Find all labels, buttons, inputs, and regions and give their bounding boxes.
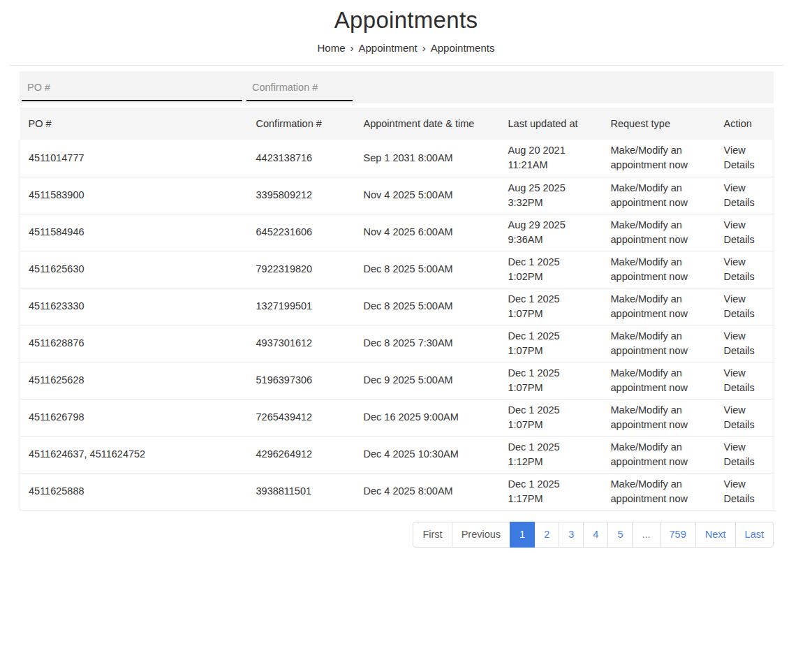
table-row: 45116233301327199501Dec 8 2025 5:00AMDec… bbox=[20, 288, 774, 325]
cell-action: View Details bbox=[716, 325, 774, 362]
cell-request-type: Make/Modify an appointment now bbox=[603, 362, 716, 399]
view-details-link[interactable]: View Details bbox=[724, 441, 755, 467]
cell-confirmation: 5196397306 bbox=[248, 362, 355, 399]
table-row: 45116256285196397306Dec 9 2025 5:00AMDec… bbox=[20, 362, 774, 399]
cell-action: View Details bbox=[716, 214, 774, 251]
view-details-link[interactable]: View Details bbox=[724, 182, 755, 208]
pagination-previous[interactable]: Previous bbox=[452, 522, 510, 548]
cell-last-updated: Dec 1 2025 1:07PM bbox=[500, 399, 603, 436]
cell-last-updated: Dec 1 2025 1:07PM bbox=[500, 325, 603, 362]
cell-action: View Details bbox=[716, 473, 774, 510]
breadcrumb-appointment[interactable]: Appointment bbox=[359, 42, 418, 54]
cell-request-type: Make/Modify an appointment now bbox=[603, 214, 716, 251]
table-header-row: PO # Confirmation # Appointment date & t… bbox=[20, 108, 774, 140]
table-row: 45116267987265439412Dec 16 2025 9:00AMDe… bbox=[20, 399, 774, 436]
pagination-page-3[interactable]: 3 bbox=[559, 522, 584, 548]
cell-confirmation: 3395809212 bbox=[248, 177, 355, 214]
cell-confirmation: 7265439412 bbox=[248, 399, 355, 436]
appointments-table: PO # Confirmation # Appointment date & t… bbox=[20, 108, 774, 511]
breadcrumb-home[interactable]: Home bbox=[318, 42, 346, 54]
pagination-first[interactable]: First bbox=[413, 522, 452, 548]
table-row: 45110147774423138716Sep 1 2031 8:00AMAug… bbox=[20, 140, 774, 177]
view-details-link[interactable]: View Details bbox=[724, 256, 755, 282]
cell-po: 4511584946 bbox=[20, 214, 248, 251]
cell-action: View Details bbox=[716, 288, 774, 325]
po-filter-input[interactable] bbox=[22, 75, 242, 101]
cell-request-type: Make/Modify an appointment now bbox=[603, 399, 716, 436]
view-details-link[interactable]: View Details bbox=[724, 330, 755, 356]
cell-last-updated: Dec 1 2025 1:02PM bbox=[500, 251, 603, 288]
cell-po: 4511623330 bbox=[20, 288, 248, 325]
cell-request-type: Make/Modify an appointment now bbox=[603, 140, 716, 177]
table-row: 45115839003395809212Nov 4 2025 5:00AMAug… bbox=[20, 177, 774, 214]
cell-appointment-datetime: Dec 9 2025 5:00AM bbox=[355, 362, 500, 399]
cell-last-updated: Aug 20 2021 11:21AM bbox=[500, 140, 603, 177]
cell-request-type: Make/Modify an appointment now bbox=[603, 288, 716, 325]
cell-request-type: Make/Modify an appointment now bbox=[603, 436, 716, 473]
cell-confirmation: 4296264912 bbox=[248, 436, 355, 473]
column-header-confirmation: Confirmation # bbox=[248, 108, 355, 140]
cell-confirmation: 1327199501 bbox=[248, 288, 355, 325]
cell-request-type: Make/Modify an appointment now bbox=[603, 177, 716, 214]
pagination-page-5[interactable]: 5 bbox=[607, 522, 633, 548]
main-container: PO # Confirmation # Appointment date & t… bbox=[9, 65, 784, 666]
cell-appointment-datetime: Nov 4 2025 5:00AM bbox=[355, 177, 500, 214]
view-details-link[interactable]: View Details bbox=[724, 367, 755, 393]
cell-po: 4511624637, 4511624752 bbox=[20, 436, 248, 473]
appointments-table-body: 45110147774423138716Sep 1 2031 8:00AMAug… bbox=[20, 140, 774, 510]
pagination-last[interactable]: Last bbox=[735, 522, 774, 548]
pagination-container: FirstPrevious12345...759NextLast bbox=[20, 522, 774, 666]
cell-appointment-datetime: Dec 4 2025 8:00AM bbox=[355, 473, 500, 510]
cell-po: 4511014777 bbox=[20, 140, 248, 177]
cell-confirmation: 7922319820 bbox=[248, 251, 355, 288]
cell-last-updated: Aug 29 2025 9:36AM bbox=[500, 214, 603, 251]
pagination-page-759[interactable]: 759 bbox=[660, 522, 696, 548]
cell-po: 4511625888 bbox=[20, 473, 248, 510]
cell-appointment-datetime: Dec 8 2025 7:30AM bbox=[355, 325, 500, 362]
view-details-link[interactable]: View Details bbox=[724, 478, 755, 504]
cell-last-updated: Dec 1 2025 1:12PM bbox=[500, 436, 603, 473]
cell-appointment-datetime: Sep 1 2031 8:00AM bbox=[355, 140, 500, 177]
cell-action: View Details bbox=[716, 251, 774, 288]
table-header: PO # Confirmation # Appointment date & t… bbox=[20, 108, 774, 140]
column-header-last-updated: Last updated at bbox=[500, 108, 603, 140]
pagination: FirstPrevious12345...759NextLast bbox=[413, 522, 774, 548]
table-row: 45116256307922319820Dec 8 2025 5:00AMDec… bbox=[20, 251, 774, 288]
cell-appointment-datetime: Dec 4 2025 10:30AM bbox=[355, 436, 500, 473]
cell-last-updated: Dec 1 2025 1:17PM bbox=[500, 473, 603, 510]
pagination-page-1[interactable]: 1 bbox=[510, 522, 535, 548]
cell-confirmation: 6452231606 bbox=[248, 214, 355, 251]
column-header-po: PO # bbox=[20, 108, 248, 140]
cell-appointment-datetime: Dec 16 2025 9:00AM bbox=[355, 399, 500, 436]
cell-confirmation: 3938811501 bbox=[248, 473, 355, 510]
breadcrumb-separator: › bbox=[422, 42, 426, 54]
cell-last-updated: Aug 25 2025 3:32PM bbox=[500, 177, 603, 214]
cell-action: View Details bbox=[716, 399, 774, 436]
pagination-page-2[interactable]: 2 bbox=[534, 522, 559, 548]
view-details-link[interactable]: View Details bbox=[724, 293, 755, 319]
cell-po: 4511583900 bbox=[20, 177, 248, 214]
breadcrumb-separator: › bbox=[350, 42, 354, 54]
cell-request-type: Make/Modify an appointment now bbox=[603, 473, 716, 510]
table-row: 45116258883938811501Dec 4 2025 8:00AMDec… bbox=[20, 473, 774, 510]
view-details-link[interactable]: View Details bbox=[724, 145, 755, 170]
cell-po: 4511626798 bbox=[20, 399, 248, 436]
pagination-ellipsis: ... bbox=[632, 522, 660, 548]
cell-appointment-datetime: Dec 8 2025 5:00AM bbox=[355, 288, 500, 325]
cell-confirmation: 4423138716 bbox=[248, 140, 355, 177]
breadcrumb: Home›Appointment›Appointments bbox=[0, 42, 812, 54]
cell-last-updated: Dec 1 2025 1:07PM bbox=[500, 288, 603, 325]
breadcrumb-current: Appointments bbox=[431, 42, 495, 54]
cell-po: 4511625628 bbox=[20, 362, 248, 399]
cell-appointment-datetime: Dec 8 2025 5:00AM bbox=[355, 251, 500, 288]
cell-action: View Details bbox=[716, 436, 774, 473]
view-details-link[interactable]: View Details bbox=[724, 219, 755, 245]
pagination-next[interactable]: Next bbox=[695, 522, 736, 548]
column-header-action: Action bbox=[716, 108, 774, 140]
pagination-page-4[interactable]: 4 bbox=[583, 522, 608, 548]
cell-po: 4511628876 bbox=[20, 325, 248, 362]
filter-bar bbox=[20, 71, 774, 103]
cell-confirmation: 4937301612 bbox=[248, 325, 355, 362]
view-details-link[interactable]: View Details bbox=[724, 404, 755, 430]
confirmation-filter-input[interactable] bbox=[246, 75, 353, 101]
